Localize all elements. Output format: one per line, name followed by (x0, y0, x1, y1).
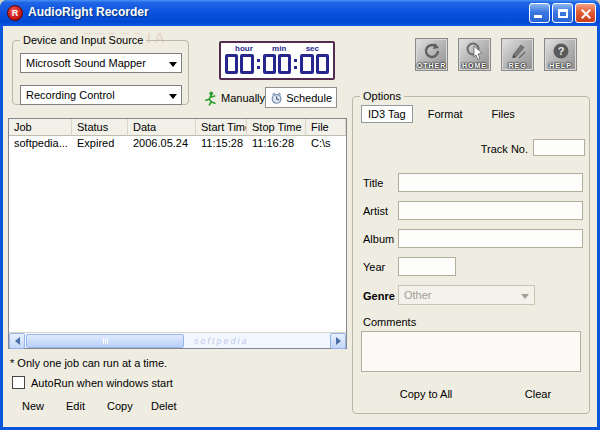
home-label: HOME (459, 62, 490, 69)
device-combobox-value: Microsoft Sound Mapper (26, 57, 146, 69)
options-tabs: ID3 Tag Format Files (361, 105, 521, 123)
other-label: OTHER (416, 62, 447, 69)
artist-label: Artist (363, 205, 388, 217)
input-combobox[interactable]: Recording Control (20, 85, 182, 105)
column-header-job[interactable]: Job (9, 119, 72, 136)
help-label: HELP (545, 62, 576, 69)
scroll-left-button[interactable] (9, 333, 25, 349)
genre-value: Other (404, 289, 432, 301)
cell-stop-time: 11:16:28 (247, 136, 306, 151)
schedule-button[interactable]: Schedule (265, 87, 337, 108)
comments-field[interactable] (361, 331, 581, 372)
title-label: Title (363, 177, 383, 189)
cell-status: Expired (72, 136, 128, 151)
reg-button[interactable]: REG (501, 38, 534, 71)
home-button[interactable]: HOME (458, 38, 491, 71)
tab-files[interactable]: Files (486, 106, 521, 122)
new-button[interactable]: New (22, 400, 44, 412)
app-window: R AudioRight Recorder SOFTPEDIA Device a… (0, 0, 600, 430)
arrow-right-icon (336, 337, 341, 345)
watermark-text: softpedia (194, 336, 249, 346)
tab-format[interactable]: Format (422, 106, 469, 122)
year-label: Year (363, 261, 385, 273)
maximize-icon (558, 9, 568, 18)
manually-label: Manually (221, 92, 265, 104)
column-header-data[interactable]: Data (128, 119, 196, 136)
cell-job: softpedia... (9, 136, 72, 151)
options-groupbox: Options ID3 Tag Format Files Track No. T… (352, 96, 590, 414)
column-header-start-time[interactable]: Start Time (196, 119, 247, 136)
copy-button[interactable]: Copy (107, 400, 133, 412)
column-header-stop-time[interactable]: Stop Time (247, 119, 306, 136)
comments-label: Comments (363, 316, 416, 328)
chevron-down-icon (169, 94, 177, 99)
cell-data: 2006.05.24 (128, 136, 196, 151)
recycle-arrows-icon (423, 42, 441, 60)
arrow-left-icon (15, 337, 20, 345)
svg-text:?: ? (558, 45, 565, 57)
album-label: Album (363, 233, 394, 245)
artist-field[interactable] (398, 201, 583, 220)
window-title: AudioRight Recorder (28, 5, 149, 19)
running-man-icon (203, 91, 217, 106)
autorun-checkbox[interactable] (12, 376, 25, 389)
year-field[interactable] (398, 257, 456, 276)
minimize-icon (534, 15, 542, 18)
titlebar[interactable]: R AudioRight Recorder (0, 0, 600, 26)
horizontal-scrollbar[interactable]: softpedia (9, 332, 346, 348)
tab-id3-tag[interactable]: ID3 Tag (361, 105, 413, 123)
edit-button[interactable]: Edit (66, 400, 85, 412)
alarm-clock-icon (270, 91, 283, 105)
chevron-down-icon (169, 62, 177, 67)
autorun-label: AutoRun when windows start (31, 377, 173, 389)
scrollbar-thumb[interactable] (26, 334, 184, 348)
column-header-file[interactable]: File (306, 119, 346, 136)
input-combobox-value: Recording Control (26, 89, 115, 101)
options-group-label: Options (360, 90, 404, 102)
column-header-status[interactable]: Status (72, 119, 128, 136)
jobs-table: Job Status Data Start Time Stop Time Fil… (8, 118, 347, 349)
minimize-button[interactable] (529, 3, 550, 23)
genre-label: Genre (363, 290, 395, 302)
cursor-arrow-icon (466, 42, 484, 60)
timer-display: hour min sec (219, 41, 335, 80)
cell-file: C:\s (306, 136, 346, 151)
table-row[interactable]: softpedia... Expired 2006.05.24 11:15:28… (9, 136, 346, 151)
manually-button[interactable]: Manually (203, 89, 265, 107)
schedule-label: Schedule (286, 92, 332, 104)
title-field[interactable] (398, 173, 583, 192)
track-no-label: Track No. (433, 143, 528, 155)
question-mark-icon: ? (552, 42, 570, 60)
clear-button[interactable]: Clear (503, 388, 573, 400)
chevron-down-icon (521, 294, 529, 299)
pencil-icon (509, 42, 527, 60)
genre-select[interactable]: Other (398, 285, 535, 305)
close-button[interactable] (575, 3, 596, 23)
album-field[interactable] (398, 229, 583, 248)
track-no-field[interactable] (533, 139, 585, 156)
help-button[interactable]: ? HELP (544, 38, 577, 71)
cell-start-time: 11:15:28 (196, 136, 247, 151)
other-button[interactable]: OTHER (415, 38, 448, 71)
single-job-note: * Only one job can run at a time. (10, 357, 167, 369)
maximize-button[interactable] (552, 3, 573, 23)
device-combobox[interactable]: Microsoft Sound Mapper (20, 53, 182, 73)
delete-button[interactable]: Delet (151, 400, 177, 412)
clock-sec-label: sec (306, 44, 319, 53)
clock-min-label: min (272, 44, 286, 53)
clock-digits (225, 54, 329, 74)
app-icon[interactable]: R (7, 5, 23, 21)
jobs-table-header: Job Status Data Start Time Stop Time Fil… (9, 119, 346, 136)
scroll-right-button[interactable] (330, 333, 346, 349)
device-group-label: Device and Input Source (20, 34, 146, 46)
promo-buttons: OTHER HOME REG ? HELP (415, 38, 577, 71)
clock-hour-label: hour (235, 44, 253, 53)
reg-label: REG (502, 62, 533, 69)
copy-to-all-button[interactable]: Copy to All (371, 388, 481, 400)
